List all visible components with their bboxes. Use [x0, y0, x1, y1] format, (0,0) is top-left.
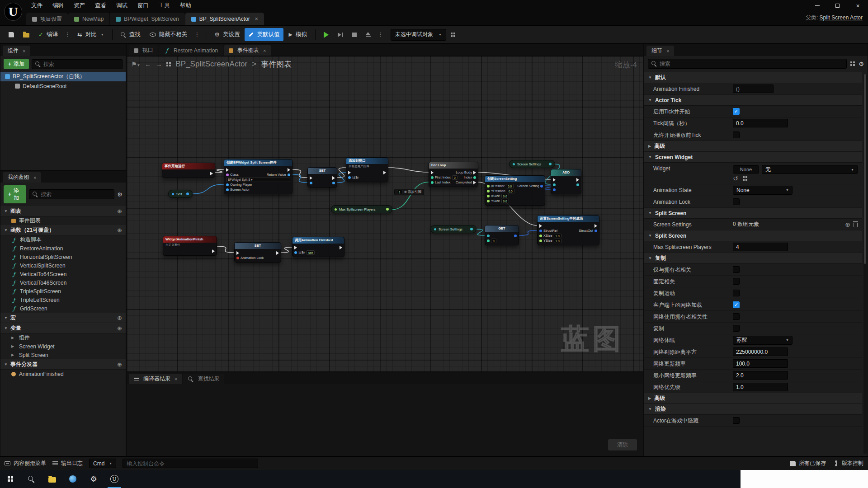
checkbox[interactable]: ✓ — [733, 108, 740, 115]
tab-details[interactable]: 细节 × — [646, 46, 674, 56]
component-tree-item[interactable]: DefaultSceneRoot — [0, 81, 126, 91]
kebab-menu-icon[interactable]: ⋮ — [63, 31, 72, 38]
blueprint-list-item[interactable]: ƒVerticalTo46Screen — [0, 278, 126, 287]
statusbar-item[interactable]: 版本控制 — [834, 460, 863, 467]
add-icon[interactable]: ⊕ — [117, 208, 122, 215]
find-button[interactable]: 查找 — [117, 28, 145, 41]
exec-pin[interactable] — [539, 224, 542, 228]
forward-icon[interactable]: → — [156, 61, 162, 68]
scrollbar-thumb[interactable] — [864, 74, 866, 264]
blueprint-section-header[interactable]: ▼ 函数（21可覆盖） ⊕ — [0, 225, 126, 235]
data-pin[interactable] — [186, 192, 189, 195]
data-pin[interactable] — [487, 195, 490, 197]
doc-tab[interactable]: BP_SplitScreenActor × — [185, 13, 264, 25]
hide-unrelated-button[interactable]: 隐藏不相关 — [146, 28, 192, 41]
data-pin[interactable] — [310, 182, 312, 184]
close-icon[interactable]: × — [263, 48, 266, 53]
dropdown[interactable]: None▼ — [733, 186, 793, 195]
kebab-menu-icon[interactable]: ⋮ — [376, 31, 385, 38]
data-pin[interactable] — [514, 235, 517, 237]
unreal-logo-icon[interactable]: U — [4, 3, 22, 21]
pin-value[interactable]: 0 — [491, 239, 496, 243]
checkbox[interactable]: ✓ — [733, 278, 740, 285]
add-pin-node[interactable]: 1 ⊕ 添加引脚 — [394, 189, 424, 195]
data-pin[interactable] — [540, 185, 543, 188]
checkbox[interactable]: ✓ — [733, 198, 740, 205]
add-icon[interactable]: ⊕ — [117, 314, 122, 321]
dropdown[interactable]: 苏醒▼ — [733, 336, 793, 345]
data-pin[interactable] — [549, 163, 552, 165]
settings-gear-icon[interactable]: ⚙ — [117, 192, 123, 197]
data-pin[interactable] — [487, 239, 490, 242]
close-button[interactable]: × — [848, 0, 868, 11]
data-pin[interactable] — [236, 257, 239, 259]
graph-node[interactable]: SET — [307, 167, 337, 188]
pin-value[interactable]: 0.0 — [501, 199, 509, 203]
value-input[interactable]: 100.0 — [733, 359, 788, 368]
blueprint-list-item[interactable]: ƒTripleLeftScreen — [0, 296, 126, 304]
graph-node[interactable]: 事件开始运行 — [162, 163, 215, 178]
graph-tab[interactable]: ƒRestore Animation — [159, 45, 223, 56]
clear-button[interactable]: 清除 — [608, 439, 637, 450]
console-input[interactable] — [123, 459, 258, 468]
frame-skip-button[interactable] — [334, 29, 347, 40]
graph-node[interactable]: 调用Animation Finished 目标self — [292, 237, 344, 257]
blueprint-section-header[interactable]: ▼ 变量 ⊕ — [0, 323, 126, 333]
pin-value[interactable]: 0.0 — [506, 184, 514, 188]
menu-item[interactable]: 窗口 — [132, 0, 154, 11]
blueprint-section-header[interactable]: ▼ 图表 ⊕ — [0, 206, 126, 216]
blueprint-list-item[interactable]: ƒRestoreAnimation — [0, 244, 126, 253]
debug-object-dropdown[interactable]: 未选中调试对象 ▼ — [391, 29, 446, 41]
data-pin[interactable] — [431, 181, 434, 184]
blueprint-section-header[interactable]: ▼ 事件分发器 ⊕ — [0, 359, 126, 370]
data-pin[interactable] — [539, 230, 542, 232]
variable-node[interactable]: Self — [168, 190, 193, 198]
results-tab[interactable]: 编译器结果 × — [129, 374, 182, 384]
blueprint-list-item[interactable]: ▶Screen Widget — [0, 342, 126, 351]
close-icon[interactable]: × — [255, 16, 258, 22]
blueprint-list-item[interactable]: ƒHorizontalSplitScreen — [0, 253, 126, 261]
data-pin[interactable] — [386, 208, 389, 211]
exec-pin[interactable] — [553, 178, 556, 182]
close-icon[interactable]: × — [175, 376, 177, 382]
menu-item[interactable]: 查看 — [90, 0, 111, 11]
blueprint-list-item[interactable]: 事件图表 — [0, 216, 126, 225]
simulate-button[interactable]: ▶模拟 — [284, 28, 311, 41]
add-component-button[interactable]: + 添加 — [4, 59, 29, 69]
compile-button[interactable]: ✓编译 — [34, 28, 62, 41]
data-pin[interactable] — [553, 188, 556, 191]
details-search[interactable] — [648, 59, 847, 69]
exec-pin[interactable] — [226, 168, 229, 172]
back-icon[interactable]: ← — [145, 61, 151, 68]
asset-thumbnail[interactable]: None — [733, 165, 759, 174]
menu-item[interactable]: 工具 — [154, 0, 175, 11]
close-icon[interactable]: × — [23, 48, 25, 54]
details-section-header[interactable]: ▼ 默认 — [644, 72, 862, 83]
close-icon[interactable]: × — [33, 175, 36, 180]
data-pin[interactable] — [431, 176, 434, 179]
exec-pin[interactable] — [294, 246, 297, 249]
doc-tab[interactable]: NewMap — [68, 13, 109, 25]
statusbar-item[interactable]: 输出日志 — [52, 460, 83, 467]
details-section-header[interactable]: ▼ 复制 — [644, 253, 862, 264]
data-pin[interactable] — [348, 176, 351, 179]
value-input[interactable]: 1.0 — [733, 383, 788, 391]
add-element-icon[interactable]: ⊕ — [845, 221, 850, 228]
add-blueprint-item-button[interactable]: + 添加 — [4, 185, 26, 203]
details-section-header[interactable]: ▼ Split Screen — [644, 230, 862, 241]
data-pin[interactable] — [487, 190, 490, 192]
checkbox[interactable]: ✓ — [733, 417, 740, 424]
menu-item[interactable]: 调试 — [111, 0, 132, 11]
menu-item[interactable]: 文件 — [26, 0, 47, 11]
play-button[interactable] — [320, 29, 333, 41]
graph-node[interactable]: WidgetAnimationFinish 自定义事件 — [163, 236, 217, 256]
exec-pin[interactable] — [383, 171, 386, 174]
checkbox[interactable]: ✓ — [733, 131, 740, 138]
browse-asset-icon[interactable] — [743, 176, 745, 178]
data-pin[interactable] — [539, 235, 542, 237]
data-pin[interactable] — [226, 183, 229, 186]
components-search-input[interactable] — [43, 61, 119, 67]
doc-tab[interactable]: BPWidget_SplitScreen — [110, 13, 184, 25]
data-pin[interactable] — [288, 174, 290, 176]
taskbar-button-search[interactable] — [21, 470, 42, 488]
